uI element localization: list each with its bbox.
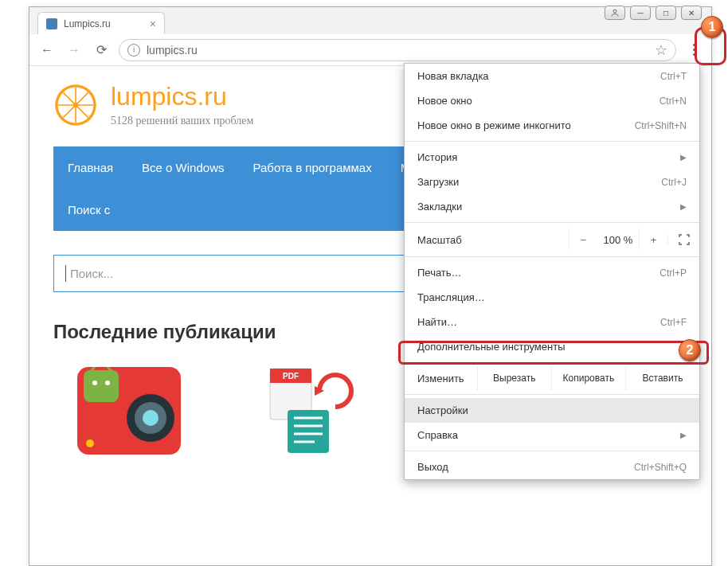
close-tab-icon[interactable]: × [150,18,156,30]
nav-item-search[interactable]: Поиск с [53,189,124,231]
menu-help[interactable]: Справка ▶ [405,423,699,447]
reload-button[interactable]: ⟳ [92,41,111,60]
svg-rect-12 [84,370,119,402]
back-button[interactable]: ← [37,41,57,60]
menu-separator [405,141,699,142]
nav-item-home[interactable]: Главная [53,146,127,189]
svg-rect-21 [288,410,329,453]
chevron-right-icon: ▶ [680,431,687,439]
menu-downloads[interactable]: Загрузки Ctrl+J [405,170,699,194]
site-subtitle: 5128 решений ваших проблем [111,115,253,127]
tab-title: Lumpics.ru [64,18,111,29]
zoom-out-button[interactable]: − [569,228,597,251]
favicon-icon [46,18,57,29]
svg-point-14 [105,381,110,385]
svg-text:PDF: PDF [283,372,299,381]
menu-separator [405,256,699,257]
menu-print[interactable]: Печать… Ctrl+P [405,260,699,285]
browser-tab[interactable]: Lumpics.ru × [37,12,165,34]
svg-point-17 [86,439,94,447]
menu-more-tools[interactable]: Дополнительные инструменты ▶ [405,334,699,359]
nav-item-windows[interactable]: Все о Windows [127,146,238,189]
menu-separator [405,222,699,223]
search-placeholder: Поиск... [70,267,113,280]
chevron-right-icon: ▶ [680,202,687,211]
menu-separator [405,451,699,451]
menu-separator [405,362,699,363]
window-controls: ─ □ ✕ [605,6,702,20]
zoom-value: 100 % [597,234,639,246]
menu-bookmarks[interactable]: Закладки ▶ [405,194,699,219]
url-text: lumpics.ru [147,44,198,57]
close-window-button[interactable]: ✕ [681,6,702,20]
annotation-badge-1: 1 [701,16,723,38]
zoom-in-button[interactable]: + [639,228,667,251]
nav-item-programs[interactable]: Работа в программах [238,146,386,189]
svg-point-13 [92,381,97,385]
site-logo-icon [53,83,98,127]
bookmark-star-icon[interactable]: ☆ [655,41,667,59]
edit-copy-button[interactable]: Копировать [551,366,625,391]
browser-toolbar: ← → ⟳ i lumpics.ru ☆ [29,34,711,66]
svg-point-0 [613,10,616,13]
menu-find[interactable]: Найти… Ctrl+F [405,310,699,334]
site-title: lumpics.ru [111,82,253,111]
chevron-right-icon: ▶ [680,153,687,162]
menu-exit[interactable]: Выход Ctrl+Shift+Q [405,455,699,479]
maximize-button[interactable]: □ [656,6,676,20]
user-button[interactable] [605,6,625,20]
menu-incognito[interactable]: Новое окно в режиме инкогнито Ctrl+Shift… [405,113,699,138]
chrome-menu-button[interactable] [684,41,703,60]
forward-button[interactable]: → [65,41,84,60]
pub-card-2[interactable]: PDF [260,367,364,455]
menu-cast[interactable]: Трансляция… [405,285,699,310]
edit-paste-button[interactable]: Вставить [625,366,699,391]
browser-window: ─ □ ✕ Lumpics.ru × ← → ⟳ i lumpics.ru ☆ [29,6,712,566]
site-info-icon[interactable]: i [127,44,140,57]
pub-card-1[interactable] [77,367,181,455]
menu-separator [405,394,699,395]
chrome-menu: Новая вкладка Ctrl+T Новое окно Ctrl+N Н… [404,63,700,480]
menu-zoom: Масштаб − 100 % + [405,226,699,253]
menu-new-window[interactable]: Новое окно Ctrl+N [405,88,699,113]
address-bar[interactable]: i lumpics.ru ☆ [119,39,676,61]
minimize-button[interactable]: ─ [630,6,651,20]
menu-new-tab[interactable]: Новая вкладка Ctrl+T [405,64,699,88]
fullscreen-button[interactable] [667,234,699,245]
menu-history[interactable]: История ▶ [405,145,699,170]
svg-point-11 [143,410,159,426]
menu-edit-row: Изменить Вырезать Копировать Вставить [405,366,699,391]
annotation-badge-2: 2 [679,339,701,361]
menu-settings[interactable]: Настройки [405,398,699,423]
svg-point-7 [73,102,79,107]
edit-cut-button[interactable]: Вырезать [477,366,551,391]
